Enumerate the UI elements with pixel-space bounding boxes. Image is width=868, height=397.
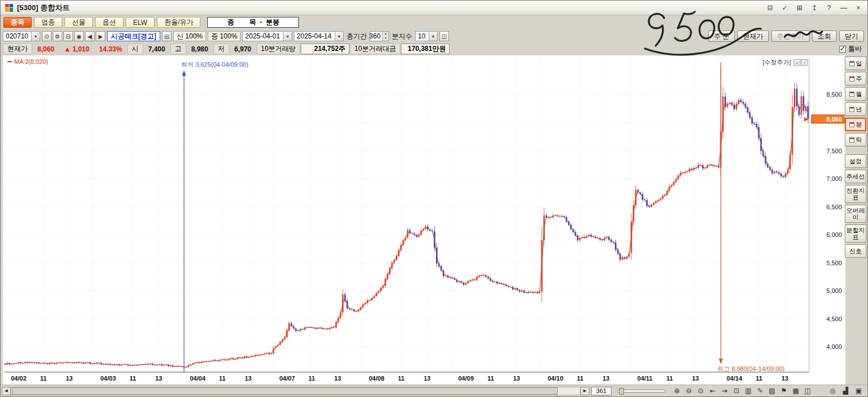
- tab-elw[interactable]: ELW: [126, 17, 155, 28]
- weekly-price-button[interactable]: 주간주가: [771, 31, 810, 42]
- svg-text:11: 11: [756, 375, 763, 382]
- deposit-ratio-display: 증 100%: [208, 31, 241, 41]
- copy-icon[interactable]: ⊞: [795, 4, 804, 12]
- change-value: 1,010: [72, 45, 89, 53]
- chevron-down-icon[interactable]: [335, 32, 343, 41]
- stock-code-combo[interactable]: 020710: [3, 31, 40, 41]
- pattern-icon[interactable]: ▨: [767, 386, 777, 396]
- toolbar-checkbox-label: 툴바: [848, 44, 862, 54]
- bar-width-slider[interactable]: [618, 390, 665, 392]
- period-minute-icon: [849, 122, 854, 127]
- compare-icon[interactable]: ◫: [802, 386, 813, 396]
- gear-icon[interactable]: ⚙: [53, 31, 62, 41]
- period-month-button[interactable]: 월: [845, 87, 866, 101]
- svg-text:11: 11: [666, 375, 673, 382]
- draw-pen-icon[interactable]: ✎: [755, 386, 766, 396]
- scroll-right-icon[interactable]: ▶: [580, 387, 589, 395]
- scrollbar-thumb[interactable]: [12, 387, 558, 395]
- chart-type-icon[interactable]: ▥: [743, 386, 754, 396]
- svg-text:8,500: 8,500: [826, 91, 842, 98]
- price-change: ▲ 1,010: [59, 44, 94, 54]
- date-from-picker[interactable]: 2025-04-01: [242, 31, 292, 41]
- slider-thumb[interactable]: [619, 388, 624, 395]
- period-tick-button[interactable]: 틱: [845, 133, 866, 146]
- split-indicator-button[interactable]: 분할지표: [845, 225, 866, 243]
- go-start-icon[interactable]: ⇤: [707, 386, 718, 396]
- tab-options[interactable]: 옵션: [95, 17, 123, 28]
- tab-fx-oil[interactable]: 환율/유가: [157, 17, 200, 28]
- minute-unit-value: 10: [416, 32, 429, 40]
- watch-eye-icon[interactable]: ◉: [74, 31, 84, 41]
- toolbar-checkbox[interactable]: 툴바: [839, 44, 865, 54]
- zoom-area-icon[interactable]: ⊡: [731, 386, 742, 396]
- svg-text:↕: ↕: [803, 61, 806, 66]
- save-icon[interactable]: ▣: [853, 386, 864, 396]
- period-minute-button[interactable]: 분: [845, 118, 866, 131]
- order-button[interactable]: 주 문: [708, 31, 735, 42]
- bar-chart-icon[interactable]: ▟: [840, 386, 851, 396]
- market-tabs: 종목업종선물옵션ELW환율/유가: [3, 17, 200, 28]
- visible-bars-count[interactable]: 361: [591, 387, 612, 395]
- current-price-button[interactable]: 현재가: [737, 31, 769, 42]
- check-icon[interactable]: ✓: [780, 4, 789, 12]
- settings-button[interactable]: 설정: [845, 154, 866, 168]
- prev-stock-icon[interactable]: ◀: [85, 31, 95, 41]
- tab-stock[interactable]: 종목: [3, 17, 32, 28]
- query-button[interactable]: 조회: [812, 31, 837, 42]
- chart-misc-icons: ◎▟▣: [827, 386, 866, 396]
- chart-controls: 020710 ⊙⚙⊟◉◀▶ 시공테크[경고] ▤ 신 100% 증 100% 2…: [1, 29, 867, 43]
- flag-icon[interactable]: ⚑: [779, 386, 789, 396]
- split-view-icon[interactable]: ◫: [439, 31, 449, 41]
- scroll-left-icon[interactable]: ◀: [2, 387, 11, 395]
- period-year-button-label: 년: [856, 105, 862, 114]
- total-period-stepper[interactable]: 360 ▲▼: [370, 31, 389, 41]
- period-year-button[interactable]: 년: [845, 102, 866, 116]
- close-button[interactable]: 닫기: [839, 31, 864, 42]
- tab-futures[interactable]: 선물: [65, 17, 93, 28]
- chevron-down-icon[interactable]: [283, 32, 292, 41]
- trendline-button[interactable]: 추세선: [845, 170, 866, 183]
- svg-text:13: 13: [781, 375, 788, 382]
- svg-text:04/09: 04/09: [458, 375, 474, 382]
- chart-scrollbar[interactable]: ◀ ▶: [2, 387, 589, 395]
- candlestick-chart[interactable]: 04/02111304/03111304/04111304/07111304/0…: [3, 55, 845, 386]
- scrollbar-track[interactable]: [11, 387, 580, 395]
- app-icon: [5, 4, 13, 12]
- print-icon[interactable]: ⊟: [766, 4, 775, 12]
- search-icon[interactable]: ⊙: [42, 31, 52, 41]
- chart-side-toolbar: 일주월년분틱설정추세선전환지표오버레이분할지표신호: [845, 57, 866, 258]
- period-week-button[interactable]: 주: [845, 72, 866, 85]
- period-day-button[interactable]: 일: [845, 57, 866, 70]
- stock-tool-icons: ⊙⚙⊟◉◀▶: [42, 31, 105, 41]
- chevron-down-icon[interactable]: [429, 32, 437, 41]
- svg-text:7,500: 7,500: [826, 148, 842, 154]
- print-small-icon[interactable]: ⊟: [63, 31, 73, 41]
- period-day-button-label: 일: [856, 59, 862, 68]
- minute-unit-select[interactable]: 10: [415, 31, 438, 41]
- chevron-down-icon[interactable]: [31, 32, 40, 41]
- svg-text:04/10: 04/10: [548, 375, 563, 382]
- spinner-arrows-icon[interactable]: ▲▼: [382, 32, 388, 41]
- tab-sector[interactable]: 업종: [34, 17, 62, 28]
- document-icon[interactable]: ▤: [162, 31, 172, 41]
- help-icon[interactable]: ?: [824, 4, 833, 12]
- date-to-picker[interactable]: 2025-04-14: [294, 31, 344, 41]
- zoom-in-icon[interactable]: ⊕: [672, 386, 682, 396]
- indicator-switch-button[interactable]: 전환지표: [845, 185, 866, 203]
- chart-window: [5300] 종합차트 ⊟✓⊞↥?—× 종목업종선물옵션ELW환율/유가 종 목…: [0, 0, 868, 397]
- close-icon[interactable]: ×: [854, 4, 863, 12]
- zoom-reset-icon[interactable]: ⊙: [695, 386, 706, 396]
- globe-icon[interactable]: ◎: [827, 386, 838, 396]
- go-end-icon[interactable]: ⇥: [719, 386, 730, 396]
- next-stock-icon[interactable]: ▶: [96, 31, 105, 41]
- grid-icon[interactable]: ▦: [790, 386, 801, 396]
- pin-icon[interactable]: ↥: [810, 4, 819, 12]
- zoom-out-icon[interactable]: ⊖: [683, 386, 694, 396]
- svg-text:5,500: 5,500: [826, 260, 842, 266]
- stock-name-display: 시공테크[경고]: [107, 31, 160, 41]
- overlay-button[interactable]: 오버레이: [845, 205, 866, 223]
- checkbox-box[interactable]: [839, 46, 846, 53]
- signal-button[interactable]: 신호: [845, 244, 866, 258]
- high-value: 8,980: [187, 44, 213, 54]
- minimize-icon[interactable]: —: [839, 4, 848, 12]
